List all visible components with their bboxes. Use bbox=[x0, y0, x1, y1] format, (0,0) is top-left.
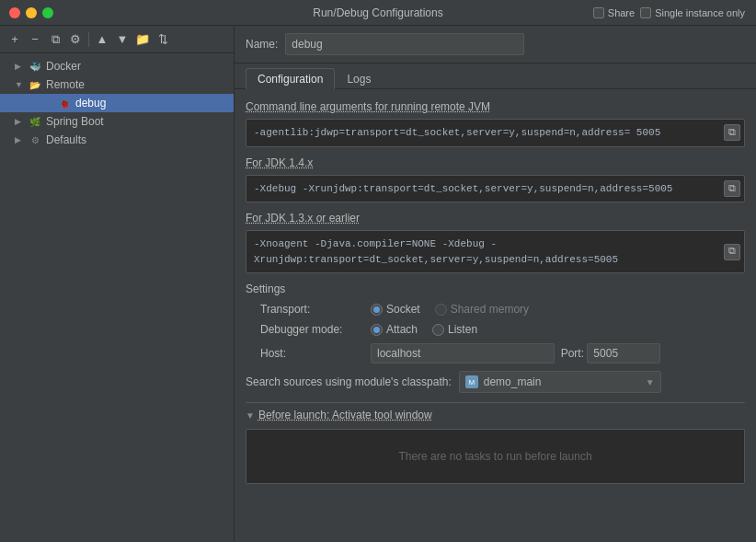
defaults-icon: ⚙ bbox=[28, 133, 42, 147]
remove-config-button[interactable]: − bbox=[26, 30, 44, 49]
host-port-row: Host: Port: bbox=[246, 343, 745, 363]
docker-arrow: ▶ bbox=[15, 62, 26, 71]
tree-item-debug[interactable]: 🐞 debug bbox=[0, 94, 234, 112]
move-down-button[interactable]: ▼ bbox=[113, 30, 132, 49]
jdk14-section-title: For JDK 1.4.x bbox=[246, 156, 745, 169]
jdk13-code-text: -Xnoagent -Djava.compiler=NONE -Xdebug -… bbox=[254, 238, 618, 265]
listen-label: Listen bbox=[448, 323, 477, 336]
before-launch-header[interactable]: ▼ Before launch: Activate tool window bbox=[246, 409, 745, 421]
sort-button[interactable]: ⇅ bbox=[154, 30, 172, 49]
spring-boot-label: Spring Boot bbox=[46, 115, 104, 128]
config-tree: ▶ 🐳 Docker ▼ 📂 Remote 🐞 debug ▶ 🌿 Spring… bbox=[0, 53, 234, 542]
share-checkbox-label: Share bbox=[593, 7, 635, 18]
tree-item-remote[interactable]: ▼ 📂 Remote bbox=[0, 75, 234, 94]
jvm-copy-button[interactable]: ⧉ bbox=[724, 124, 740, 141]
tab-configuration[interactable]: Configuration bbox=[246, 68, 335, 89]
jvm-code-text: -agentlib:jdwp=transport=dt_socket,serve… bbox=[254, 127, 660, 138]
host-input[interactable] bbox=[371, 343, 555, 363]
tab-logs[interactable]: Logs bbox=[335, 68, 383, 89]
listen-radio-label[interactable]: Listen bbox=[432, 323, 477, 336]
module-select-value: demo_main bbox=[484, 375, 640, 388]
settings-config-button[interactable]: ⚙ bbox=[66, 30, 85, 49]
settings-label: Settings bbox=[246, 283, 745, 295]
attach-label: Attach bbox=[386, 323, 418, 336]
defaults-label: Defaults bbox=[46, 133, 86, 146]
title-bar: Run/Debug Configurations Share Single in… bbox=[0, 0, 756, 26]
shared-memory-radio[interactable] bbox=[435, 304, 447, 316]
transport-label: Transport: bbox=[260, 303, 371, 316]
close-button[interactable] bbox=[9, 7, 20, 18]
attach-radio-label[interactable]: Attach bbox=[371, 323, 418, 336]
before-launch-arrow-icon: ▼ bbox=[246, 410, 255, 421]
jdk14-code-block: -Xdebug -Xrunjdwp:transport=dt_socket,se… bbox=[246, 175, 745, 203]
traffic-lights bbox=[9, 7, 53, 18]
defaults-arrow: ▶ bbox=[15, 135, 26, 144]
transport-radio-group: Socket Shared memory bbox=[371, 303, 529, 316]
shared-memory-label: Shared memory bbox=[451, 303, 529, 316]
docker-folder-icon: 🐳 bbox=[28, 59, 42, 74]
name-field-label: Name: bbox=[246, 38, 278, 51]
module-classpath-label: Search sources using module's classpath: bbox=[246, 375, 452, 388]
remote-arrow: ▼ bbox=[15, 80, 26, 89]
move-up-button[interactable]: ▲ bbox=[93, 30, 111, 49]
docker-label: Docker bbox=[46, 60, 81, 73]
jdk14-code-text: -Xdebug -Xrunjdwp:transport=dt_socket,se… bbox=[254, 183, 672, 194]
remote-label: Remote bbox=[46, 78, 85, 91]
title-bar-right: Share Single instance only bbox=[593, 7, 745, 18]
tree-item-defaults[interactable]: ▶ ⚙ Defaults bbox=[0, 131, 234, 149]
debug-label: debug bbox=[75, 97, 106, 110]
content-area: Name: Configuration Logs Command line ar… bbox=[235, 26, 756, 542]
sidebar: + − ⧉ ⚙ ▲ ▼ 📁 ⇅ ▶ 🐳 Docker ▼ 📂 Remote bbox=[0, 26, 235, 542]
transport-row: Transport: Socket Shared memory bbox=[246, 303, 745, 316]
jdk13-section-title: For JDK 1.3.x or earlier bbox=[246, 212, 745, 225]
copy-config-button[interactable]: ⧉ bbox=[46, 30, 64, 49]
add-config-button[interactable]: + bbox=[6, 30, 24, 49]
minimize-button[interactable] bbox=[26, 7, 37, 18]
port-label: Port: bbox=[561, 347, 584, 360]
host-label: Host: bbox=[260, 347, 371, 360]
name-input[interactable] bbox=[285, 33, 524, 55]
share-label: Share bbox=[608, 7, 635, 18]
jdk13-copy-button[interactable]: ⧉ bbox=[724, 244, 740, 260]
debug-run-icon: 🐞 bbox=[57, 96, 72, 110]
jdk13-code-block: -Xnoagent -Djava.compiler=NONE -Xdebug -… bbox=[246, 230, 745, 273]
before-launch-section: ▼ Before launch: Activate tool window Th… bbox=[246, 402, 745, 484]
single-instance-checkbox[interactable] bbox=[640, 7, 651, 18]
module-classpath-row: Search sources using module's classpath:… bbox=[246, 371, 745, 393]
socket-label: Socket bbox=[386, 303, 420, 316]
before-launch-title: Before launch: Activate tool window bbox=[258, 409, 432, 421]
debug-arrow bbox=[44, 98, 55, 108]
shared-memory-radio-label[interactable]: Shared memory bbox=[435, 303, 529, 316]
configuration-content: Command line arguments for running remot… bbox=[235, 89, 756, 542]
debugger-mode-row: Debugger mode: Attach Listen bbox=[246, 323, 745, 336]
window-title: Run/Debug Configurations bbox=[313, 6, 442, 19]
chevron-down-icon: ▼ bbox=[646, 377, 655, 387]
attach-radio[interactable] bbox=[371, 324, 383, 336]
debugger-mode-label: Debugger mode: bbox=[260, 323, 371, 336]
main-layout: + − ⧉ ⚙ ▲ ▼ 📁 ⇅ ▶ 🐳 Docker ▼ 📂 Remote bbox=[0, 26, 756, 542]
name-row: Name: bbox=[235, 26, 756, 63]
socket-radio-label[interactable]: Socket bbox=[371, 303, 420, 316]
toolbar-separator bbox=[88, 32, 89, 47]
single-instance-label: Single instance only bbox=[655, 7, 745, 18]
module-select-dropdown[interactable]: M demo_main ▼ bbox=[459, 371, 661, 393]
tree-item-docker[interactable]: ▶ 🐳 Docker bbox=[0, 57, 234, 75]
maximize-button[interactable] bbox=[42, 7, 53, 18]
socket-radio[interactable] bbox=[371, 304, 383, 316]
single-instance-checkbox-label: Single instance only bbox=[640, 7, 745, 18]
no-tasks-text: There are no tasks to run before launch bbox=[398, 450, 591, 463]
debugger-mode-radio-group: Attach Listen bbox=[371, 323, 477, 336]
spring-boot-arrow: ▶ bbox=[15, 117, 26, 126]
jdk14-copy-button[interactable]: ⧉ bbox=[724, 180, 740, 197]
jvm-section-title: Command line arguments for running remot… bbox=[246, 100, 745, 113]
folder-button[interactable]: 📁 bbox=[133, 30, 152, 49]
before-launch-content: There are no tasks to run before launch bbox=[246, 429, 745, 484]
port-input[interactable] bbox=[587, 343, 660, 363]
listen-radio[interactable] bbox=[432, 324, 444, 336]
spring-boot-icon: 🌿 bbox=[28, 114, 42, 129]
sidebar-toolbar: + − ⧉ ⚙ ▲ ▼ 📁 ⇅ bbox=[0, 26, 234, 53]
jvm-code-block: -agentlib:jdwp=transport=dt_socket,serve… bbox=[246, 119, 745, 147]
share-checkbox[interactable] bbox=[593, 7, 604, 18]
tree-item-spring-boot[interactable]: ▶ 🌿 Spring Boot bbox=[0, 112, 234, 131]
remote-folder-icon: 📂 bbox=[28, 77, 42, 92]
